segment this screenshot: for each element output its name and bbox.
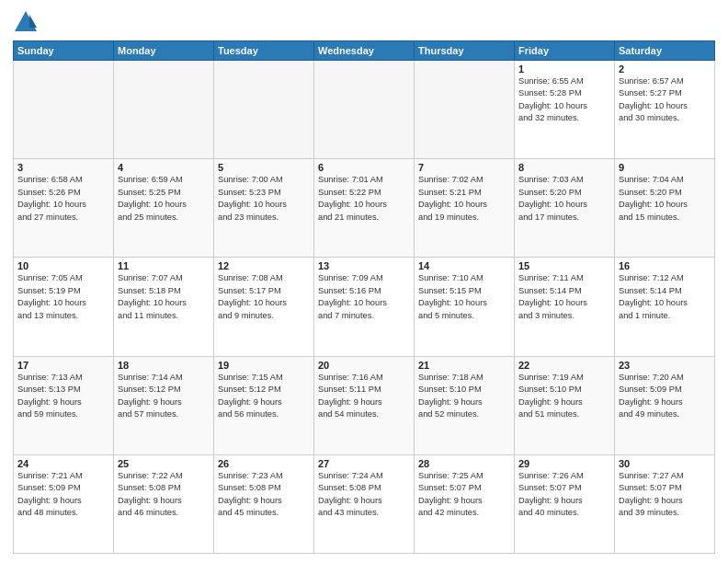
day-number: 19: [218, 360, 310, 371]
day-number: 12: [218, 260, 310, 271]
week-row-3: 10Sunrise: 7:05 AM Sunset: 5:19 PM Dayli…: [14, 258, 715, 356]
day-cell: 17Sunrise: 7:13 AM Sunset: 5:13 PM Dayli…: [14, 356, 114, 454]
day-cell: 24Sunrise: 7:21 AM Sunset: 5:09 PM Dayli…: [14, 454, 114, 553]
day-info: Sunrise: 7:07 AM Sunset: 5:18 PM Dayligh…: [118, 272, 210, 322]
day-info: Sunrise: 7:14 AM Sunset: 5:12 PM Dayligh…: [118, 372, 210, 421]
svg-marker-0: [15, 11, 37, 31]
day-info: Sunrise: 7:10 AM Sunset: 5:15 PM Dayligh…: [418, 272, 510, 322]
day-cell: 18Sunrise: 7:14 AM Sunset: 5:12 PM Dayli…: [114, 356, 214, 454]
calendar-table: SundayMondayTuesdayWednesdayThursdayFrid…: [13, 40, 715, 554]
day-cell: 7Sunrise: 7:02 AM Sunset: 5:21 PM Daylig…: [415, 159, 515, 258]
day-number: 21: [418, 360, 510, 371]
day-info: Sunrise: 7:15 AM Sunset: 5:12 PM Dayligh…: [218, 372, 310, 421]
day-info: Sunrise: 6:59 AM Sunset: 5:25 PM Dayligh…: [118, 174, 210, 224]
day-info: Sunrise: 6:57 AM Sunset: 5:27 PM Dayligh…: [619, 75, 711, 125]
day-number: 9: [619, 162, 711, 173]
day-cell: 15Sunrise: 7:11 AM Sunset: 5:14 PM Dayli…: [515, 258, 615, 356]
day-info: Sunrise: 7:25 AM Sunset: 5:07 PM Dayligh…: [418, 470, 510, 520]
day-number: 2: [619, 63, 711, 75]
day-cell: 19Sunrise: 7:15 AM Sunset: 5:12 PM Dayli…: [214, 356, 314, 454]
day-number: 1: [518, 63, 610, 75]
day-cell: 29Sunrise: 7:26 AM Sunset: 5:07 PM Dayli…: [515, 454, 615, 553]
header: [13, 9, 715, 35]
day-cell: 27Sunrise: 7:24 AM Sunset: 5:08 PM Dayli…: [314, 454, 415, 553]
day-cell: [314, 61, 415, 159]
day-cell: 30Sunrise: 7:27 AM Sunset: 5:07 PM Dayli…: [615, 454, 715, 553]
week-row-1: 1Sunrise: 6:55 AM Sunset: 5:28 PM Daylig…: [14, 61, 715, 159]
weekday-header-friday: Friday: [515, 41, 615, 61]
day-cell: [114, 61, 214, 159]
day-info: Sunrise: 6:55 AM Sunset: 5:28 PM Dayligh…: [518, 75, 610, 125]
day-info: Sunrise: 7:18 AM Sunset: 5:10 PM Dayligh…: [418, 372, 510, 421]
day-number: 8: [518, 162, 610, 173]
day-number: 16: [619, 260, 711, 271]
day-number: 4: [118, 162, 210, 173]
day-cell: 14Sunrise: 7:10 AM Sunset: 5:15 PM Dayli…: [415, 258, 515, 356]
day-info: Sunrise: 7:27 AM Sunset: 5:07 PM Dayligh…: [619, 470, 711, 520]
day-info: Sunrise: 7:09 AM Sunset: 5:16 PM Dayligh…: [318, 272, 410, 322]
day-cell: 28Sunrise: 7:25 AM Sunset: 5:07 PM Dayli…: [415, 454, 515, 553]
weekday-header-wednesday: Wednesday: [314, 41, 415, 61]
day-number: 18: [118, 360, 210, 371]
day-number: 3: [17, 162, 109, 173]
day-info: Sunrise: 7:26 AM Sunset: 5:07 PM Dayligh…: [518, 470, 610, 520]
week-row-2: 3Sunrise: 6:58 AM Sunset: 5:26 PM Daylig…: [14, 159, 715, 258]
day-number: 27: [318, 458, 410, 469]
day-info: Sunrise: 7:05 AM Sunset: 5:19 PM Dayligh…: [17, 272, 109, 322]
day-cell: [214, 61, 314, 159]
logo: [13, 9, 42, 35]
week-row-4: 17Sunrise: 7:13 AM Sunset: 5:13 PM Dayli…: [14, 356, 715, 454]
svg-marker-1: [29, 15, 37, 28]
day-number: 29: [518, 458, 610, 469]
day-cell: 2Sunrise: 6:57 AM Sunset: 5:27 PM Daylig…: [615, 61, 715, 159]
day-cell: 23Sunrise: 7:20 AM Sunset: 5:09 PM Dayli…: [615, 356, 715, 454]
day-cell: 6Sunrise: 7:01 AM Sunset: 5:22 PM Daylig…: [314, 159, 415, 258]
day-info: Sunrise: 7:11 AM Sunset: 5:14 PM Dayligh…: [518, 272, 610, 322]
day-cell: 26Sunrise: 7:23 AM Sunset: 5:08 PM Dayli…: [214, 454, 314, 553]
day-info: Sunrise: 7:24 AM Sunset: 5:08 PM Dayligh…: [318, 470, 410, 520]
day-info: Sunrise: 7:22 AM Sunset: 5:08 PM Dayligh…: [118, 470, 210, 520]
day-cell: 11Sunrise: 7:07 AM Sunset: 5:18 PM Dayli…: [114, 258, 214, 356]
day-number: 13: [318, 260, 410, 271]
day-number: 11: [118, 260, 210, 271]
day-cell: 21Sunrise: 7:18 AM Sunset: 5:10 PM Dayli…: [415, 356, 515, 454]
day-info: Sunrise: 7:02 AM Sunset: 5:21 PM Dayligh…: [418, 174, 510, 224]
day-number: 10: [17, 260, 109, 271]
day-cell: 4Sunrise: 6:59 AM Sunset: 5:25 PM Daylig…: [114, 159, 214, 258]
day-info: Sunrise: 7:08 AM Sunset: 5:17 PM Dayligh…: [218, 272, 310, 322]
weekday-header-sunday: Sunday: [14, 41, 114, 61]
day-cell: [415, 61, 515, 159]
day-number: 26: [218, 458, 310, 469]
day-cell: 20Sunrise: 7:16 AM Sunset: 5:11 PM Dayli…: [314, 356, 415, 454]
day-info: Sunrise: 7:04 AM Sunset: 5:20 PM Dayligh…: [619, 174, 711, 224]
day-info: Sunrise: 7:19 AM Sunset: 5:10 PM Dayligh…: [518, 372, 610, 421]
day-number: 14: [418, 260, 510, 271]
day-number: 20: [318, 360, 410, 371]
weekday-header-monday: Monday: [114, 41, 214, 61]
day-number: 5: [218, 162, 310, 173]
day-number: 7: [418, 162, 510, 173]
day-info: Sunrise: 7:12 AM Sunset: 5:14 PM Dayligh…: [619, 272, 711, 322]
day-number: 24: [17, 458, 109, 469]
day-number: 30: [619, 458, 711, 469]
day-cell: 13Sunrise: 7:09 AM Sunset: 5:16 PM Dayli…: [314, 258, 415, 356]
day-number: 6: [318, 162, 410, 173]
day-info: Sunrise: 7:23 AM Sunset: 5:08 PM Dayligh…: [218, 470, 310, 520]
day-cell: 22Sunrise: 7:19 AM Sunset: 5:10 PM Dayli…: [515, 356, 615, 454]
day-cell: 5Sunrise: 7:00 AM Sunset: 5:23 PM Daylig…: [214, 159, 314, 258]
day-cell: 1Sunrise: 6:55 AM Sunset: 5:28 PM Daylig…: [515, 61, 615, 159]
day-cell: 9Sunrise: 7:04 AM Sunset: 5:20 PM Daylig…: [615, 159, 715, 258]
weekday-header-row: SundayMondayTuesdayWednesdayThursdayFrid…: [14, 41, 715, 61]
day-cell: 10Sunrise: 7:05 AM Sunset: 5:19 PM Dayli…: [14, 258, 114, 356]
day-cell: 12Sunrise: 7:08 AM Sunset: 5:17 PM Dayli…: [214, 258, 314, 356]
day-info: Sunrise: 7:00 AM Sunset: 5:23 PM Dayligh…: [218, 174, 310, 224]
day-cell: 25Sunrise: 7:22 AM Sunset: 5:08 PM Dayli…: [114, 454, 214, 553]
weekday-header-thursday: Thursday: [415, 41, 515, 61]
weekday-header-saturday: Saturday: [615, 41, 715, 61]
day-number: 22: [518, 360, 610, 371]
day-cell: 16Sunrise: 7:12 AM Sunset: 5:14 PM Dayli…: [615, 258, 715, 356]
day-info: Sunrise: 7:13 AM Sunset: 5:13 PM Dayligh…: [17, 372, 109, 421]
day-info: Sunrise: 7:16 AM Sunset: 5:11 PM Dayligh…: [318, 372, 410, 421]
day-number: 28: [418, 458, 510, 469]
week-row-5: 24Sunrise: 7:21 AM Sunset: 5:09 PM Dayli…: [14, 454, 715, 553]
